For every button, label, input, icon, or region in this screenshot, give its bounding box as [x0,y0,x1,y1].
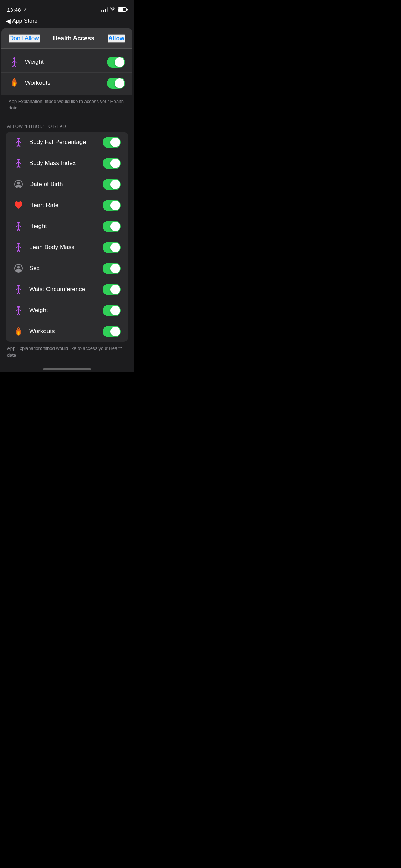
heart-rate-toggle[interactable] [103,200,121,211]
weight-read-label: Weight [29,307,103,314]
svg-line-48 [19,292,20,294]
dob-icon [13,179,24,190]
svg-line-54 [17,313,19,315]
svg-line-36 [19,246,21,248]
svg-line-51 [16,309,19,311]
sex-row: Sex [6,258,128,279]
allow-button[interactable]: Allow [108,34,125,43]
svg-line-52 [19,309,21,311]
workouts-read-icon [13,326,24,337]
weight-label: Weight [25,58,107,66]
workouts-icon-preview [9,77,20,89]
wifi-icon [110,7,115,12]
waist-toggle[interactable] [103,284,121,295]
signal-icon [101,7,108,12]
sheet-title: Health Access [53,35,94,42]
svg-line-32 [19,229,20,231]
svg-point-33 [17,243,20,245]
lean-body-mass-toggle[interactable] [103,242,121,253]
svg-line-44 [16,288,19,290]
waist-icon [13,284,24,295]
workouts-label-preview: Workouts [25,79,107,87]
bmi-label: Body Mass Index [29,160,103,167]
workouts-read-label: Workouts [29,328,103,335]
lean-body-mass-label: Lean Body Mass [29,244,103,251]
home-indicator [0,366,134,372]
body-fat-row: Body Fat Percentage [6,132,128,153]
weight-toggle[interactable] [107,57,125,68]
svg-line-16 [19,145,20,147]
heart-rate-icon [13,200,24,211]
workouts-read-row: Workouts [6,321,128,342]
back-button[interactable]: ◀ App Store [6,17,37,25]
svg-line-38 [17,250,19,252]
sex-label: Sex [29,265,103,272]
weight-read-row: Weight [6,300,128,321]
home-bar [43,368,91,370]
status-bar: 13:48 [0,0,134,16]
body-fat-icon [13,136,24,148]
body-fat-toggle[interactable] [103,137,121,148]
waist-row: Waist Circumference [6,279,128,300]
dob-toggle[interactable] [103,179,121,190]
weight-read-icon [13,305,24,316]
weight-read-toggle[interactable] [103,305,121,316]
bmi-toggle[interactable] [103,158,121,169]
svg-line-23 [19,166,20,168]
svg-line-35 [16,246,19,248]
lean-body-mass-row: Lean Body Mass [6,237,128,258]
svg-line-5 [12,65,14,67]
lean-body-mass-icon [13,242,24,253]
svg-line-15 [17,145,19,147]
height-icon [13,221,24,232]
app-explanation-bottom: App Explanation: fitbod would like to ac… [0,342,134,365]
preview-section: Weight Workouts [1,49,132,95]
svg-point-26 [17,222,20,224]
waist-label: Waist Circumference [29,286,103,293]
heart-rate-row: Heart Rate [6,195,128,216]
dob-row: Date of Birth [6,174,128,195]
height-label: Height [29,223,103,230]
svg-line-55 [19,313,20,315]
sheet-header: Don't Allow Health Access Allow [1,28,132,49]
workouts-toggle-preview[interactable] [107,78,125,89]
dont-allow-button[interactable]: Don't Allow [9,34,40,43]
svg-line-47 [17,292,19,294]
read-section-label: ALLOW "FITBOD" TO READ [0,117,134,132]
sex-icon [13,263,24,274]
svg-point-58 [18,332,19,335]
workouts-read-toggle[interactable] [103,326,121,337]
svg-line-28 [16,225,19,227]
app-explanation-top: App Explanation: fitbod would like to ac… [1,95,132,117]
weight-icon [9,56,20,68]
svg-line-12 [16,141,19,143]
svg-point-0 [13,57,15,60]
svg-point-41 [17,266,20,269]
preview-workouts-row: Workouts [1,73,132,93]
svg-line-45 [19,288,21,290]
svg-point-17 [17,159,20,161]
back-label: App Store [12,18,37,24]
svg-line-29 [19,225,21,227]
preview-weight-row: Weight [1,52,132,73]
svg-line-39 [19,250,20,252]
back-navigation: ◀ App Store [0,16,134,28]
svg-point-42 [17,285,20,287]
read-items-list: Body Fat Percentage Body Mass Index [6,132,128,342]
sex-toggle[interactable] [103,263,121,274]
battery-icon [118,7,127,12]
height-toggle[interactable] [103,221,121,232]
dob-label: Date of Birth [29,181,103,188]
body-fat-label: Body Fat Percentage [29,139,103,146]
status-icons [101,7,127,12]
svg-line-19 [16,162,19,164]
svg-line-31 [17,229,19,231]
svg-point-25 [17,182,20,185]
bmi-icon [13,157,24,169]
svg-point-49 [17,306,20,308]
svg-line-22 [17,166,19,168]
svg-line-6 [14,65,16,67]
svg-line-13 [19,141,21,143]
svg-point-10 [17,138,20,140]
height-row: Height [6,216,128,237]
